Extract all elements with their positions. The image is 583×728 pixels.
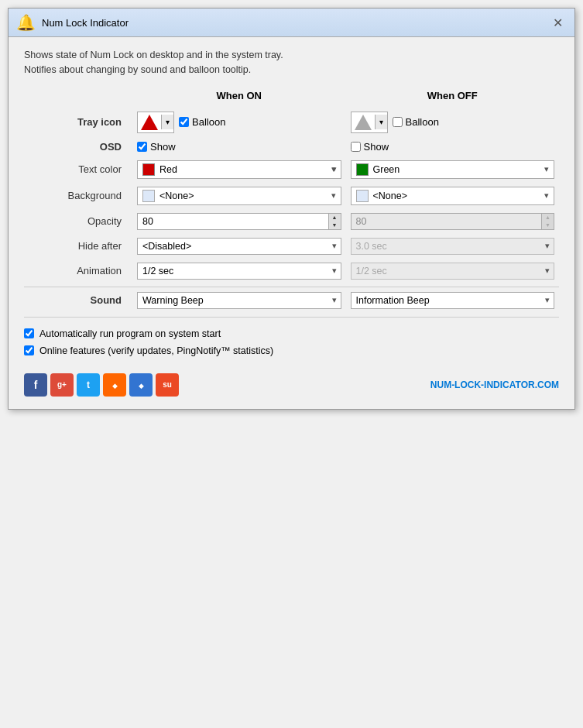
close-button[interactable]: ✕ bbox=[548, 13, 567, 32]
hide-after-on-cell: <Disabled> bbox=[132, 238, 346, 255]
red-color-swatch bbox=[142, 163, 155, 176]
hide-after-off-select: 3.0 sec bbox=[351, 238, 555, 255]
background-label: Background bbox=[24, 190, 132, 201]
opacity-off-input bbox=[352, 214, 542, 229]
opacity-on-up[interactable]: ▲ bbox=[329, 214, 341, 221]
off-show-checkbox[interactable] bbox=[351, 142, 361, 152]
on-show-checkbox[interactable] bbox=[137, 142, 147, 152]
text-color-off-arrow: ▾ bbox=[544, 164, 549, 174]
on-balloon-label: Balloon bbox=[179, 116, 225, 128]
background-off-dropdown[interactable]: <None> ▾ bbox=[351, 187, 555, 205]
text-color-off-cell: Green ▾ bbox=[346, 160, 560, 179]
facebook-icon[interactable]: f bbox=[24, 373, 47, 397]
opacity-row: Opacity ▲ ▼ ▲ ▼ bbox=[24, 209, 559, 234]
bg-on-arrow: ▾ bbox=[331, 191, 336, 201]
hide-after-off-select-wrap: 3.0 sec bbox=[351, 238, 555, 255]
on-balloon-checkbox[interactable] bbox=[179, 117, 189, 127]
opacity-on-cell: ▲ ▼ bbox=[132, 213, 346, 230]
hide-after-label: Hide after bbox=[24, 240, 132, 252]
hide-after-on-select[interactable]: <Disabled> bbox=[137, 238, 341, 255]
animation-off-cell: 1/2 sec bbox=[346, 263, 560, 280]
sound-off-cell: Information Beep bbox=[346, 292, 560, 309]
background-off-cell: <None> ▾ bbox=[346, 187, 560, 205]
animation-on-select[interactable]: 1/2 sec bbox=[137, 263, 341, 280]
title-bar-left: 🔔 Num Lock Indicator bbox=[16, 13, 129, 32]
opacity-off-down: ▼ bbox=[542, 221, 554, 229]
opacity-off-up: ▲ bbox=[542, 214, 554, 221]
description: Shows state of Num Lock on desktop and i… bbox=[24, 48, 559, 77]
columns-header: When ON When OFF bbox=[24, 90, 559, 101]
background-row: Background <None> ▾ <None> ▾ bbox=[24, 183, 559, 209]
tray-icon-on-cell: ▾ Balloon bbox=[132, 112, 346, 133]
green-color-swatch bbox=[356, 163, 369, 176]
on-show-label: Show bbox=[137, 141, 176, 153]
opacity-off-spinner-btns: ▲ ▼ bbox=[541, 214, 554, 229]
tray-icon-off-img bbox=[352, 112, 375, 132]
text-color-off-dropdown[interactable]: Green ▾ bbox=[351, 160, 555, 179]
animation-on-cell: 1/2 sec bbox=[132, 263, 346, 280]
hide-after-row: Hide after <Disabled> 3.0 sec bbox=[24, 234, 559, 259]
sound-on-select[interactable]: Warning Beep bbox=[137, 292, 341, 309]
tray-icon-label: Tray icon bbox=[24, 116, 132, 128]
bg-off-arrow: ▾ bbox=[544, 191, 549, 201]
text-color-on-cell: Red ▾ bbox=[132, 160, 346, 179]
bottom-section: Automatically run program on system star… bbox=[24, 328, 559, 356]
googleplus-icon[interactable]: g+ bbox=[50, 373, 74, 397]
divider bbox=[24, 317, 559, 318]
tray-icon-on-img bbox=[138, 112, 161, 132]
sound-on-select-wrap: Warning Beep bbox=[137, 292, 341, 309]
tray-icon-off-arrow[interactable]: ▾ bbox=[375, 115, 387, 129]
animation-label: Animation bbox=[24, 265, 132, 276]
gray-triangle-icon bbox=[355, 115, 372, 130]
settings-grid: Tray icon ▾ Balloon bbox=[24, 108, 559, 283]
text-color-label: Text color bbox=[24, 163, 132, 175]
delicious-icon[interactable]: ⬥ bbox=[129, 373, 153, 397]
text-color-row: Text color Red ▾ Green ▾ bbox=[24, 156, 559, 183]
bg-on-swatch bbox=[142, 190, 155, 202]
animation-row: Animation 1/2 sec 1/2 sec bbox=[24, 259, 559, 283]
footer: f g+ t ⬥ ⬥ su NUM-LOCK-INDICATOR.COM bbox=[24, 369, 559, 397]
social-icons: f g+ t ⬥ ⬥ su bbox=[24, 373, 179, 397]
text-color-on-select-wrap: Red ▾ bbox=[137, 160, 341, 179]
osd-label: OSD bbox=[24, 141, 132, 153]
osd-row: OSD Show Show bbox=[24, 137, 559, 156]
off-balloon-checkbox[interactable] bbox=[393, 117, 403, 127]
opacity-on-input[interactable] bbox=[138, 214, 328, 229]
app-icon: 🔔 bbox=[16, 13, 36, 32]
stumbleupon-icon[interactable]: su bbox=[156, 373, 179, 397]
tray-icon-off-dropdown[interactable]: ▾ bbox=[351, 112, 388, 133]
osd-on-cell: Show bbox=[132, 141, 346, 153]
sound-on-cell: Warning Beep bbox=[132, 292, 346, 309]
sound-off-select-wrap: Information Beep bbox=[351, 292, 555, 309]
tray-icon-on-dropdown[interactable]: ▾ bbox=[137, 112, 174, 133]
website-link[interactable]: NUM-LOCK-INDICATOR.COM bbox=[430, 379, 559, 390]
twitter-icon[interactable]: t bbox=[77, 373, 100, 397]
tray-icon-on-arrow[interactable]: ▾ bbox=[161, 115, 173, 129]
background-on-dropdown[interactable]: <None> ▾ bbox=[137, 187, 341, 205]
main-window: 🔔 Num Lock Indicator ✕ Shows state of Nu… bbox=[8, 8, 575, 410]
opacity-on-down[interactable]: ▼ bbox=[329, 221, 341, 229]
opacity-off-spinner: ▲ ▼ bbox=[351, 213, 555, 230]
rss-icon[interactable]: ⬥ bbox=[103, 373, 126, 397]
animation-on-select-wrap: 1/2 sec bbox=[137, 263, 341, 280]
opacity-label: Opacity bbox=[24, 215, 132, 227]
auto-run-checkbox[interactable] bbox=[24, 328, 34, 338]
opacity-on-spinner-btns: ▲ ▼ bbox=[328, 214, 341, 229]
opacity-off-cell: ▲ ▼ bbox=[346, 213, 560, 230]
when-on-header: When ON bbox=[132, 90, 346, 101]
tray-icon-off-cell: ▾ Balloon bbox=[346, 112, 560, 133]
online-features-row: Online features (verify updates, PingNot… bbox=[24, 345, 559, 356]
text-color-on-arrow: ▾ bbox=[331, 164, 336, 174]
title-bar: 🔔 Num Lock Indicator ✕ bbox=[9, 9, 574, 37]
bg-off-swatch bbox=[356, 190, 369, 202]
opacity-on-spinner: ▲ ▼ bbox=[137, 213, 341, 230]
animation-off-select-wrap: 1/2 sec bbox=[351, 263, 555, 280]
when-off-header: When OFF bbox=[346, 90, 560, 101]
sound-off-select[interactable]: Information Beep bbox=[351, 292, 555, 309]
sound-row: Sound Warning Beep Information Beep bbox=[24, 287, 559, 314]
osd-off-cell: Show bbox=[346, 141, 560, 153]
text-color-on-dropdown[interactable]: Red ▾ bbox=[137, 160, 341, 179]
online-features-checkbox[interactable] bbox=[24, 345, 34, 355]
off-show-label: Show bbox=[351, 141, 389, 153]
red-triangle-icon bbox=[141, 115, 158, 130]
